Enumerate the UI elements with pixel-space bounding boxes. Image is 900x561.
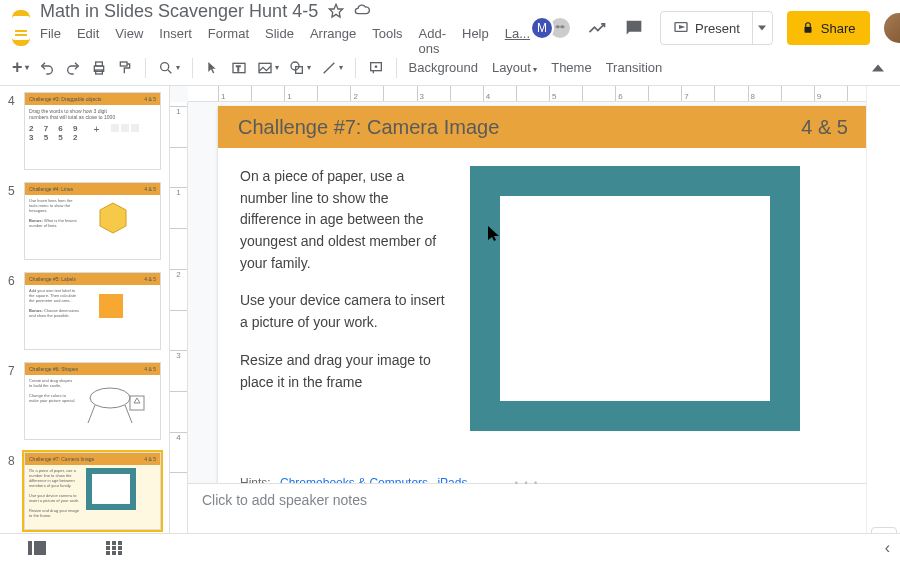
menu-addons[interactable]: Add-ons [419,26,446,56]
svg-rect-43 [112,551,116,555]
svg-rect-34 [28,541,32,555]
ruler-tick: 1 [218,86,251,101]
present-label: Present [695,21,740,36]
bottom-expand[interactable]: ‹ [885,539,890,557]
menu-help[interactable]: Help [462,26,489,56]
svg-rect-40 [112,546,116,550]
thumbnail-row: 4Challenge #3: Draggable objects4 & 5Dra… [8,92,161,170]
grid-view-icon[interactable] [106,541,122,555]
slide-paragraph-1: On a piece of paper, use a number line t… [240,166,450,274]
thumbnail-row: 5Challenge #4: Lines4 & 5Use Insert line… [8,182,161,260]
menu-view[interactable]: View [115,26,143,56]
ruler-tick: 1 [170,187,187,228]
select-tool[interactable] [205,60,221,76]
textbox-tool[interactable]: T [231,60,247,76]
svg-rect-44 [118,551,122,555]
thumbnail-number: 8 [8,452,18,530]
menubar: File Edit View Insert Format Slide Arran… [40,26,530,56]
present-icon [673,20,689,36]
share-button[interactable]: Share [787,11,870,45]
thumbnail-number: 6 [8,272,18,350]
ruler-tick: 3 [170,350,187,391]
ruler-tick [383,86,416,101]
comment-tool[interactable] [368,60,384,76]
slide-title-bar[interactable]: Challenge #7: Camera Image 4 & 5 [218,106,868,148]
menu-arrange[interactable]: Arrange [310,26,356,56]
svg-rect-9 [95,62,102,66]
zoom-button[interactable]: ▾ [158,60,180,76]
svg-point-12 [160,62,168,70]
ruler-tick [170,147,187,188]
thumbnail-row: 7Challenge #6: Shapes4 & 5Create and dra… [8,362,161,440]
thumbnail-number: 5 [8,182,18,260]
paint-format-button[interactable] [117,60,133,76]
theme-button[interactable]: Theme [551,60,591,75]
thumbnail-slide[interactable]: Challenge #7: Camera Image4 & 5On a piec… [24,452,161,530]
svg-point-27 [90,388,130,408]
ruler-tick: 8 [748,86,781,101]
toolbar-collapse[interactable] [872,62,888,74]
ruler-tick [317,86,350,101]
slide-panel[interactable]: 4Challenge #3: Draggable objects4 & 5Dra… [0,86,170,533]
menu-file[interactable]: File [40,26,61,56]
shape-tool[interactable]: ▾ [289,60,311,76]
ruler-tick [648,86,681,101]
menu-insert[interactable]: Insert [159,26,192,56]
background-button[interactable]: Background [409,60,478,75]
thumbnail-slide[interactable]: Challenge #5: Labels4 & 5Add your own te… [24,272,161,350]
ruler-tick: 5 [549,86,582,101]
svg-marker-31 [134,398,140,403]
thumbnail-slide[interactable]: Challenge #3: Draggable objects4 & 5Drag… [24,92,161,170]
transition-button[interactable]: Transition [606,60,663,75]
thumbnail-slide[interactable]: Challenge #6: Shapes4 & 5Create and drag… [24,362,161,440]
share-label: Share [821,21,856,36]
undo-button[interactable] [39,60,55,76]
thumbnail-number: 4 [8,92,18,170]
activity-icon[interactable] [586,17,608,39]
new-slide-button[interactable]: +▾ [12,57,29,78]
ruler-tick [781,86,814,101]
present-button[interactable]: Present [661,12,752,44]
redo-button[interactable] [65,60,81,76]
cloud-icon[interactable] [354,3,370,19]
slides-logo[interactable] [12,10,30,46]
ruler-tick [170,228,187,269]
ruler-tick: 2 [170,269,187,310]
last-edit[interactable]: La... [505,26,530,56]
svg-rect-36 [106,541,110,545]
svg-marker-25 [872,64,884,71]
thumbnail-slide[interactable]: Challenge #4: Lines4 & 5Use Insert lines… [24,182,161,260]
slide-text-block[interactable]: On a piece of paper, use a number line t… [240,166,450,431]
collaborator-avatars[interactable]: M [530,16,572,40]
avatar-m[interactable]: M [530,16,554,40]
svg-rect-39 [106,546,110,550]
menu-format[interactable]: Format [208,26,249,56]
present-dropdown[interactable] [752,12,772,44]
line-tool[interactable]: ▾ [321,60,343,76]
ruler-tick [251,86,284,101]
svg-rect-7 [804,27,811,33]
print-button[interactable] [91,60,107,76]
profile-avatar[interactable] [884,13,900,43]
svg-marker-26 [100,203,126,233]
ruler-tick: 6 [615,86,648,101]
menu-slide[interactable]: Slide [265,26,294,56]
thumbnail-row: 6Challenge #5: Labels4 & 5Add your own t… [8,272,161,350]
notes-drag-handle[interactable]: • • • [515,478,539,488]
filmstrip-view-icon[interactable] [28,541,46,555]
ruler-tick [516,86,549,101]
image-frame-inner [500,196,770,401]
menu-edit[interactable]: Edit [77,26,99,56]
image-frame[interactable] [470,166,800,431]
layout-button[interactable]: Layout ▾ [492,60,537,75]
speaker-notes[interactable]: • • • Click to add speaker notes [188,483,866,533]
lock-icon [801,21,815,35]
bottom-bar: ‹ [0,533,900,561]
document-title[interactable]: Math in Slides Scavenger Hunt 4-5 [40,1,318,22]
svg-rect-38 [118,541,122,545]
menu-tools[interactable]: Tools [372,26,402,56]
image-tool[interactable]: ▾ [257,60,279,76]
star-icon[interactable] [328,3,344,19]
slide-canvas[interactable]: Challenge #7: Camera Image 4 & 5 On a pi… [218,106,868,506]
comments-icon[interactable] [622,16,646,40]
